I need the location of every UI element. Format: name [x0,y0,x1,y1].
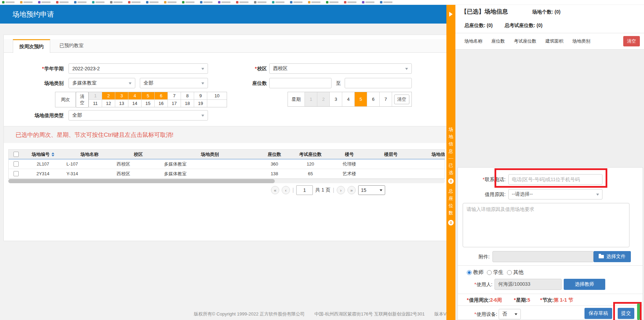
bookmark-item[interactable] [56,1,69,3]
bookmark-item[interactable] [308,1,320,3]
scrollbar-thumb[interactable] [8,179,275,183]
bookmark-item[interactable] [200,1,212,3]
sort-icon[interactable] [52,152,54,157]
bookmark-item[interactable] [128,1,140,3]
bookmark-item[interactable] [164,1,176,3]
week-cell[interactable]: 3 [115,92,128,99]
bookmark-item[interactable] [38,1,51,3]
bookmark-item[interactable] [218,1,230,3]
radio-icon[interactable] [507,270,512,275]
user-type-radio-option[interactable]: 其他 [507,269,527,276]
weekday-cell: 2 [317,92,329,106]
horizontal-scrollbar[interactable] [8,179,445,183]
phone-input[interactable] [508,174,602,185]
bookmark-item[interactable] [74,1,87,3]
bookmark-item[interactable] [362,1,374,3]
column-header[interactable]: 场地编号 [24,150,62,159]
category-select-2[interactable]: 全部 [140,78,208,88]
weekday-cell[interactable]: 5 [355,92,367,106]
week-cell[interactable]: 13 [115,100,128,107]
side-strip[interactable]: 场 地 信 息 已 选 0 总 座 位 数 0 [446,5,455,320]
bookmark-item[interactable] [380,1,392,3]
last-page-button[interactable]: » [347,186,356,194]
choose-teacher-button[interactable]: 选择教师 [564,279,605,290]
week-cell[interactable]: 6 [155,92,167,99]
radio-icon[interactable] [487,270,492,275]
tab-reserved-rooms[interactable]: 已预约教室 [52,39,91,52]
choose-file-button[interactable]: 选择文件 [593,251,631,262]
first-page-button[interactable]: « [271,186,279,194]
week-cell[interactable]: 14 [128,100,141,107]
bookmark-item[interactable] [344,1,356,3]
seats-label: 座位数 [222,78,267,88]
next-page-button[interactable]: › [337,186,345,194]
weekday-cell[interactable]: 3 [330,92,342,106]
week-cell[interactable]: 15 [142,100,154,107]
scrollbar-green-thumb[interactable] [637,303,640,320]
panel-clear-button[interactable]: 清空 [623,36,640,46]
borrow-type-select[interactable]: 全部 [69,110,208,121]
page-number-input[interactable] [296,185,313,195]
campus-select[interactable]: 西校区 [269,63,412,74]
bookmark-item[interactable] [254,1,266,3]
reason-select[interactable]: --请选择-- [508,189,602,199]
week-cell[interactable]: 19 [194,100,207,107]
select-all-checkbox[interactable] [13,152,19,157]
week-cell[interactable]: 4 [128,92,141,99]
device-select[interactable]: 否 [499,309,521,319]
weekday-cell[interactable]: 6 [367,92,379,106]
footer-address: 中国-杭州西湖区紫霞街176号 互联网创新创业园2号301 [315,311,425,317]
favicon-icon [218,1,220,3]
bookmark-item[interactable] [110,1,123,3]
week-cell[interactable]: 10 [207,92,227,99]
favicon-icon [254,1,256,3]
save-draft-button[interactable]: 保存草稿 [584,308,612,319]
bookmark-item[interactable] [92,1,105,3]
week-cell[interactable]: 11 [89,100,102,107]
radio-icon[interactable] [467,270,472,275]
detail-reason-textarea[interactable] [463,203,629,247]
seats-min-input[interactable] [269,78,332,88]
chevron-down-icon [201,115,204,118]
category-select-1[interactable]: 多媒体教室 [69,78,135,88]
table-row[interactable]: 2L107L-107西校区多媒体教室360120伦理楼 [9,159,445,169]
week-cell[interactable]: 17 [168,100,181,107]
week-cell[interactable]: 5 [142,92,154,99]
tab-week-reserve[interactable]: 按周次预约 [13,39,50,53]
radio-label: 其他 [513,269,524,276]
bookmark-item[interactable] [326,1,338,3]
weekday-cell[interactable]: 4 [342,92,354,106]
collapse-arrow-icon[interactable] [446,5,455,24]
bookmark-item[interactable] [20,1,33,3]
semester-select[interactable]: 2022-2023-2 [69,63,208,74]
attachment-input[interactable] [492,251,593,262]
weekday-clear-button[interactable]: 清空 [394,95,409,104]
user-input[interactable]: 何海源/100033 [495,279,562,290]
week-cell[interactable]: 16 [155,100,167,107]
column-header: 考试座位数 [293,150,328,159]
bookmark-item[interactable] [2,1,15,3]
page-size-select[interactable]: 15 [358,185,385,195]
user-type-radio-option[interactable]: 学生 [487,269,507,276]
seats-max-input[interactable] [345,78,412,88]
submit-button[interactable]: 提交 [618,308,634,319]
week-cell[interactable]: 18 [181,100,194,107]
bookmark-item[interactable] [272,1,284,3]
table-cell [411,159,445,169]
week-cell[interactable]: 2 [102,92,115,99]
row-checkbox[interactable] [13,171,19,176]
weekday-cell[interactable]: 7 [380,92,392,106]
week-cell[interactable]: 7 [168,92,181,99]
week-cell[interactable]: 8 [181,92,194,99]
bookmark-item[interactable] [236,1,248,3]
prev-page-button[interactable]: ‹ [282,186,290,194]
bookmark-item[interactable] [182,1,194,3]
bookmark-item[interactable] [146,1,158,3]
week-cell[interactable]: 12 [102,100,115,107]
table-row[interactable]: 2Y314Y-314西校区多媒体教室13865艺术楼 [9,169,445,179]
week-clear-button[interactable]: 清空 [76,92,89,108]
row-checkbox[interactable] [13,161,19,167]
user-type-radio-selected[interactable]: 教师 [467,269,487,276]
bookmark-item[interactable] [290,1,302,3]
week-cell[interactable]: 9 [194,92,207,99]
